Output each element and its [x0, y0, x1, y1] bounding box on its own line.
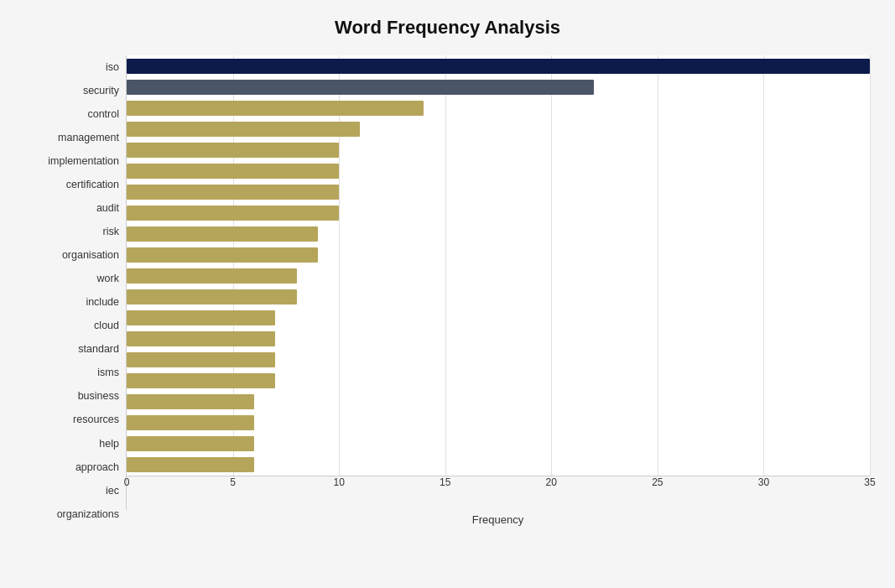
- bar-row-cloud: [127, 287, 870, 308]
- y-label-iso: iso: [106, 62, 119, 73]
- y-label-isms: isms: [97, 367, 119, 378]
- bar-include: [127, 268, 297, 284]
- bar-row-business: [127, 350, 870, 371]
- bar-row-implementation: [127, 139, 870, 160]
- y-label-control: control: [87, 109, 119, 120]
- bar-row-include: [127, 266, 870, 287]
- y-axis: isosecuritycontrolmanagementimplementati…: [25, 55, 126, 526]
- bar-security: [127, 80, 594, 95]
- y-label-implementation: implementation: [48, 156, 119, 167]
- bar-row-approach: [127, 413, 870, 434]
- x-tick-5: 5: [230, 476, 236, 488]
- y-label-approach: approach: [75, 462, 119, 473]
- bar-cloud: [127, 289, 297, 304]
- y-label-iec: iec: [106, 486, 119, 497]
- bar-row-organisation: [127, 223, 870, 244]
- chart-container: Word Frequency Analysis isosecuritycontr…: [0, 0, 895, 588]
- x-axis: 05101520253035: [126, 476, 870, 510]
- bar-management: [127, 122, 360, 137]
- bar-row-iso: [127, 55, 870, 76]
- y-label-management: management: [58, 133, 119, 143]
- bar-row-resources: [127, 371, 870, 392]
- bars-and-x: 05101520253035 Frequency: [126, 55, 870, 526]
- bar-control: [127, 101, 424, 116]
- y-label-cloud: cloud: [94, 320, 119, 331]
- bar-business: [127, 352, 275, 367]
- y-label-business: business: [78, 391, 119, 402]
- bar-work: [127, 247, 318, 263]
- bar-row-audit: [127, 181, 870, 202]
- bar-row-control: [127, 97, 870, 118]
- bar-row-help: [127, 392, 870, 413]
- bar-row-risk: [127, 202, 870, 223]
- y-label-organisation: organisation: [62, 250, 119, 261]
- bar-risk: [127, 206, 339, 221]
- bar-certification: [127, 164, 339, 179]
- x-tick-15: 15: [440, 476, 450, 488]
- y-label-audit: audit: [96, 203, 119, 214]
- bar-approach: [127, 415, 254, 430]
- x-tick-20: 20: [546, 476, 557, 488]
- y-label-organizations: organizations: [57, 509, 119, 520]
- bar-iso: [127, 59, 870, 74]
- y-label-certification: certification: [66, 180, 119, 190]
- bars-section: [126, 55, 870, 476]
- chart-area: isosecuritycontrolmanagementimplementati…: [25, 55, 870, 526]
- y-label-standard: standard: [78, 344, 119, 355]
- bar-resources: [127, 373, 275, 388]
- y-label-resources: resources: [73, 414, 119, 425]
- chart-title: Word Frequency Analysis: [25, 17, 870, 39]
- bar-isms: [127, 331, 275, 346]
- y-label-security: security: [83, 86, 119, 96]
- x-axis-label: Frequency: [126, 513, 870, 526]
- bar-row-security: [127, 76, 870, 97]
- bar-row-management: [127, 118, 870, 139]
- bar-help: [127, 394, 254, 409]
- y-label-work: work: [97, 273, 119, 284]
- bar-row-isms: [127, 329, 870, 350]
- bar-row-standard: [127, 308, 870, 329]
- bar-iec: [127, 436, 254, 451]
- bar-row-iec: [127, 434, 870, 455]
- bar-row-work: [127, 244, 870, 265]
- bar-audit: [127, 185, 339, 200]
- y-label-risk: risk: [103, 226, 119, 237]
- bar-organizations: [127, 457, 254, 472]
- bar-row-certification: [127, 160, 870, 181]
- x-tick-0: 0: [124, 476, 130, 488]
- grid-line-35: [870, 55, 871, 476]
- x-tick-25: 25: [652, 476, 663, 488]
- x-tick-30: 30: [758, 476, 769, 488]
- bar-row-organizations: [127, 455, 870, 476]
- x-tick-35: 35: [864, 476, 875, 488]
- bar-organisation: [127, 226, 318, 242]
- y-label-help: help: [99, 439, 119, 450]
- y-label-include: include: [86, 297, 119, 308]
- x-tick-10: 10: [333, 476, 344, 488]
- bar-implementation: [127, 143, 339, 158]
- bar-standard: [127, 310, 275, 325]
